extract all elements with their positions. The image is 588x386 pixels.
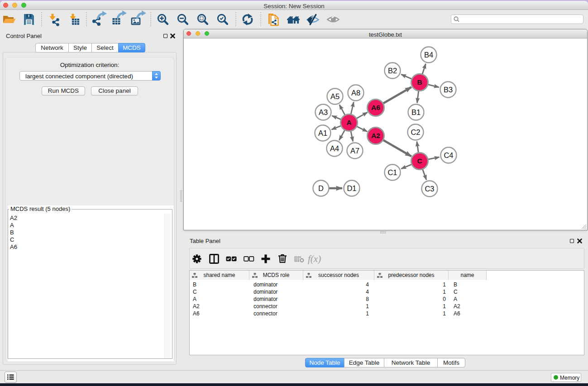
svg-text:C2: C2 [411,128,420,136]
svg-text:A1: A1 [318,129,327,137]
svg-text:f(x): f(x) [308,253,321,264]
svg-text:B: B [417,78,422,86]
svg-text:C1: C1 [387,168,397,176]
svg-text:A: A [346,119,351,126]
svg-text:A4: A4 [330,144,339,152]
svg-text:C: C [417,157,422,165]
svg-text:B2: B2 [388,67,397,75]
svg-text:A7: A7 [350,147,359,155]
svg-text:A5: A5 [330,92,339,100]
svg-text:D1: D1 [347,184,356,192]
svg-text:A8: A8 [351,89,360,97]
svg-text:B4: B4 [424,51,433,59]
svg-text:A3: A3 [319,108,328,116]
svg-text:A6: A6 [371,104,380,111]
svg-text:C4: C4 [444,151,453,159]
svg-text:B3: B3 [444,86,453,94]
svg-text:B1: B1 [411,108,421,116]
svg-text:D: D [318,184,324,192]
svg-text:C3: C3 [425,185,434,193]
svg-text:A2: A2 [371,132,380,139]
